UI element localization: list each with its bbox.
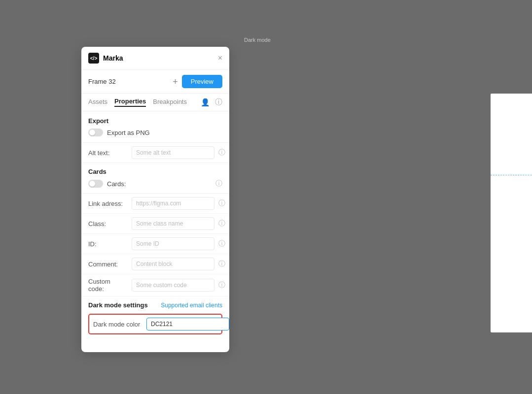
close-button[interactable]: × (218, 54, 222, 62)
export-toggle-row: Export as PNG (88, 129, 222, 136)
id-info-icon[interactable]: ⓘ (218, 239, 225, 248)
person-icon[interactable]: 👤 (201, 98, 210, 107)
panel-title: Marka (103, 54, 218, 62)
cards-title: Cards (88, 168, 222, 175)
tab-icons: 👤 ⓘ (201, 98, 222, 107)
class-info-icon[interactable]: ⓘ (218, 219, 225, 228)
canvas-wrapper: Dark mode text 370 × 156 (244, 47, 466, 288)
alt-text-info-icon[interactable]: ⓘ (218, 148, 225, 157)
custom-code-info-icon[interactable]: ⓘ (218, 281, 225, 290)
dark-mode-color-row: Dark mode color ⓘ (88, 314, 222, 334)
id-row: ID: ⓘ (81, 234, 229, 254)
export-title: Export (88, 117, 222, 125)
link-address-row: Link adress: ⓘ (81, 194, 229, 214)
frame-row: Frame 32 + Preview (81, 70, 229, 94)
cards-toggle[interactable] (88, 180, 103, 188)
cards-toggle-row: Cards: ⓘ (88, 179, 222, 188)
class-row: Class: ⓘ (81, 214, 229, 234)
id-label: ID: (88, 240, 128, 248)
tab-properties[interactable]: Properties (114, 98, 146, 107)
supported-email-clients-link[interactable]: Supported email clients (161, 302, 222, 309)
canvas-area: text 370 × 156 (491, 94, 532, 332)
guide-horizontal (491, 175, 532, 175)
custom-code-input[interactable] (132, 279, 214, 292)
class-label: Class: (88, 220, 128, 228)
info-circle-icon[interactable]: ⓘ (215, 98, 222, 107)
panel-header: </> Marka × (81, 47, 229, 70)
panel-body: Export Export as PNG Alt text: ⓘ Cards C… (81, 111, 229, 352)
link-address-input[interactable] (132, 197, 214, 210)
cards-info-icon[interactable]: ⓘ (215, 179, 222, 188)
export-toggle[interactable] (88, 129, 103, 136)
comment-info-icon[interactable]: ⓘ (218, 260, 225, 268)
add-frame-button[interactable]: + (173, 77, 178, 86)
properties-panel: </> Marka × Frame 32 + Preview Assets Pr… (81, 47, 229, 352)
dark-mode-title: Dark mode settings (88, 301, 148, 309)
cards-section: Cards Cards: ⓘ (81, 163, 229, 194)
link-address-info-icon[interactable]: ⓘ (218, 199, 225, 208)
dark-mode-color-input[interactable] (146, 318, 229, 330)
alt-text-input[interactable] (132, 146, 214, 159)
marka-logo: </> (88, 53, 99, 64)
frame-name: Frame 32 (88, 78, 169, 85)
custom-code-row: Custom code: ⓘ (81, 274, 229, 296)
dark-mode-header: Dark mode settings Supported email clien… (88, 301, 222, 309)
alt-text-row: Alt text: ⓘ (81, 143, 229, 163)
tab-assets[interactable]: Assets (88, 98, 107, 106)
preview-button[interactable]: Preview (182, 75, 222, 88)
comment-input[interactable] (132, 258, 214, 270)
id-input[interactable] (132, 237, 214, 250)
custom-code-label: Custom code: (88, 278, 128, 293)
comment-label: Comment: (88, 261, 128, 268)
link-address-label: Link adress: (88, 200, 128, 207)
tabs-row: Assets Properties Breakpoints 👤 ⓘ (81, 94, 229, 111)
export-section: Export Export as PNG (81, 111, 229, 143)
export-toggle-label: Export as PNG (107, 129, 150, 136)
comment-row: Comment: ⓘ (81, 254, 229, 274)
tab-breakpoints[interactable]: Breakpoints (153, 98, 187, 106)
dark-mode-section: Dark mode settings Supported email clien… (81, 296, 229, 337)
alt-text-label: Alt text: (88, 149, 128, 157)
canvas-label: Dark mode (244, 37, 271, 43)
cards-toggle-label: Cards: (107, 180, 126, 188)
dark-mode-color-label: Dark mode color (93, 321, 142, 328)
class-input[interactable] (132, 217, 214, 230)
